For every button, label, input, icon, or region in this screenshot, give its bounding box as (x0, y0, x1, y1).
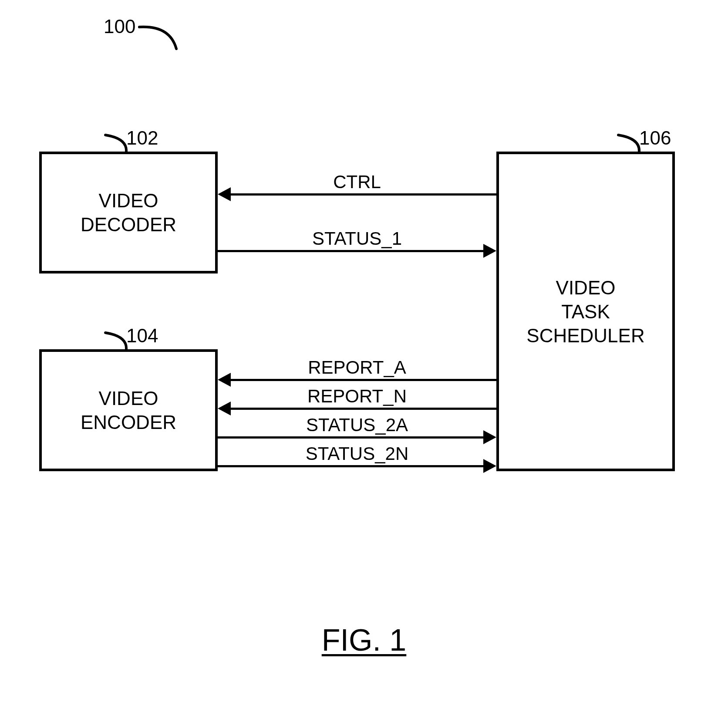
signal-status2a: STATUS_2A (218, 415, 496, 435)
arrow-line-status2n (218, 465, 483, 467)
block-video-task-scheduler-label: VIDEO TASK SCHEDULER (526, 276, 644, 348)
arrow-line-report-a (231, 379, 496, 381)
signal-ctrl: CTRL (218, 172, 496, 192)
diagram-canvas: 100 102 104 106 VIDEO DECODER VIDEO ENCO… (0, 0, 728, 719)
signal-status1: STATUS_1 (218, 228, 496, 249)
block-video-encoder-label: VIDEO ENCODER (81, 386, 176, 434)
block-video-decoder-label: VIDEO DECODER (81, 189, 176, 236)
arrow-line-status2a (218, 436, 483, 439)
ref-overall-hook (135, 17, 187, 52)
signal-report-a: REPORT_A (218, 357, 496, 378)
arrow-line-report-n (231, 408, 496, 410)
ref-overall: 100 (104, 16, 135, 37)
figure-caption: FIG. 1 (0, 623, 728, 658)
arrow-line-status1 (218, 250, 483, 252)
block-video-encoder: VIDEO ENCODER (39, 349, 218, 471)
signal-report-n: REPORT_N (218, 386, 496, 407)
block-video-task-scheduler: VIDEO TASK SCHEDULER (496, 152, 675, 471)
signal-status2n: STATUS_2N (218, 443, 496, 464)
arrow-line-ctrl (231, 193, 496, 196)
block-video-decoder: VIDEO DECODER (39, 152, 218, 273)
